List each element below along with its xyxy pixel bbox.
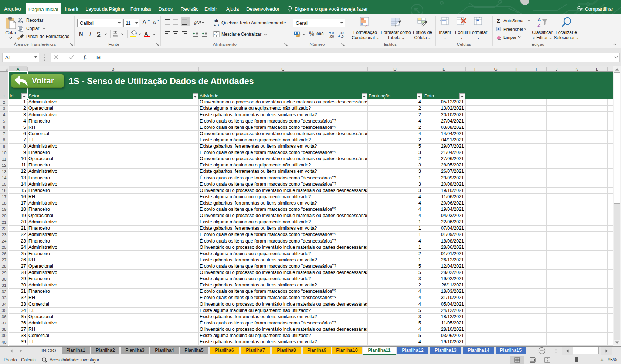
svg-text:Z: Z	[537, 23, 540, 28]
svg-text:A: A	[142, 19, 146, 25]
svg-text:A: A	[153, 20, 156, 25]
svg-text:0: 0	[332, 31, 334, 35]
svg-text:,00: ,00	[329, 35, 334, 38]
svg-text:c: c	[214, 22, 216, 27]
svg-text:,00: ,00	[339, 31, 344, 35]
svg-text:A: A	[537, 17, 541, 23]
svg-text:≠: ≠	[365, 22, 368, 28]
svg-text:,0: ,0	[341, 35, 344, 38]
svg-text:ab: ab	[194, 19, 199, 25]
